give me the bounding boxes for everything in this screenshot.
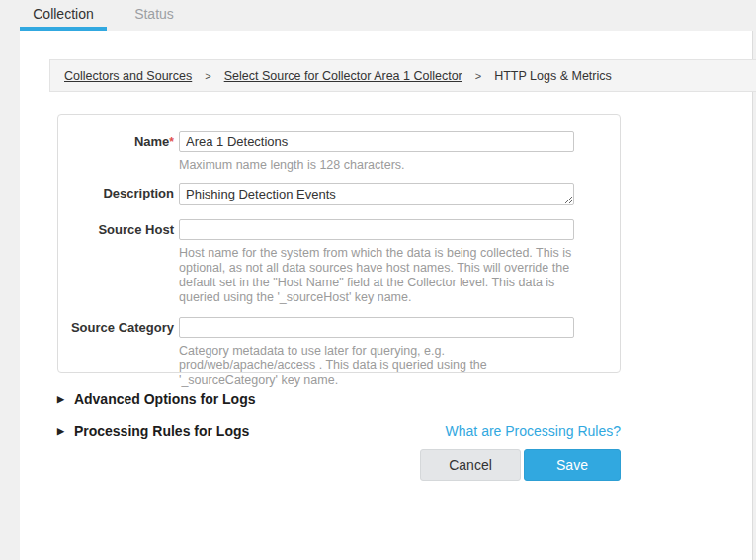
- source-host-row: Source Host Host name for the system fro…: [58, 219, 620, 305]
- required-asterisk: *: [169, 135, 174, 149]
- breadcrumb-current-http-logs-metrics: HTTP Logs & Metrics: [494, 69, 612, 83]
- triangle-right-icon: ▶: [57, 426, 64, 436]
- page: Collection Status Collectors and Sources…: [0, 0, 756, 560]
- cancel-button[interactable]: Cancel: [420, 449, 521, 481]
- source-category-helper-text: Category metadata to use later for query…: [179, 344, 576, 388]
- name-input[interactable]: [179, 131, 574, 152]
- what-are-processing-rules-link[interactable]: What are Processing Rules?: [446, 423, 621, 439]
- triangle-right-icon: ▶: [57, 394, 64, 404]
- name-label-text: Name: [134, 134, 169, 149]
- tab-status[interactable]: Status: [117, 0, 192, 31]
- processing-rules-section-toggle[interactable]: ▶ Processing Rules for Logs: [57, 423, 249, 439]
- breadcrumb-select-source[interactable]: Select Source for Collector Area 1 Colle…: [224, 69, 462, 83]
- description-field-col: Phishing Detection Events: [179, 183, 580, 209]
- advanced-options-section-toggle[interactable]: ▶ Advanced Options for Logs: [57, 391, 256, 407]
- source-category-input[interactable]: [179, 317, 574, 338]
- source-config-form-panel: Name* Maximum name length is 128 charact…: [57, 114, 621, 373]
- action-button-row: Cancel Save: [57, 449, 621, 481]
- source-category-row: Source Category Category metadata to use…: [58, 317, 620, 388]
- name-helper-text: Maximum name length is 128 characters.: [179, 158, 576, 173]
- tab-bar: Collection Status: [0, 0, 756, 31]
- source-host-input[interactable]: [179, 219, 574, 240]
- breadcrumb-collectors-and-sources[interactable]: Collectors and Sources: [64, 69, 192, 83]
- source-host-label: Source Host: [58, 219, 174, 305]
- breadcrumb: Collectors and Sources > Select Source f…: [49, 59, 756, 92]
- name-label: Name*: [58, 131, 174, 173]
- name-row: Name* Maximum name length is 128 charact…: [58, 131, 620, 173]
- description-label: Description: [58, 183, 174, 209]
- source-host-field-col: Host name for the system from which the …: [179, 219, 580, 305]
- source-category-field-col: Category metadata to use later for query…: [179, 317, 580, 388]
- tab-collection[interactable]: Collection: [20, 0, 107, 31]
- breadcrumb-separator: >: [205, 70, 210, 82]
- breadcrumb-separator: >: [475, 70, 481, 82]
- save-button[interactable]: Save: [524, 449, 621, 481]
- name-field-col: Maximum name length is 128 characters.: [179, 131, 580, 173]
- description-row: Description Phishing Detection Events: [58, 183, 620, 209]
- description-textarea[interactable]: Phishing Detection Events: [179, 183, 574, 205]
- source-category-label: Source Category: [58, 317, 174, 388]
- advanced-options-label: Advanced Options for Logs: [74, 391, 256, 407]
- source-host-helper-text: Host name for the system from which the …: [179, 246, 576, 305]
- processing-rules-label: Processing Rules for Logs: [74, 423, 249, 439]
